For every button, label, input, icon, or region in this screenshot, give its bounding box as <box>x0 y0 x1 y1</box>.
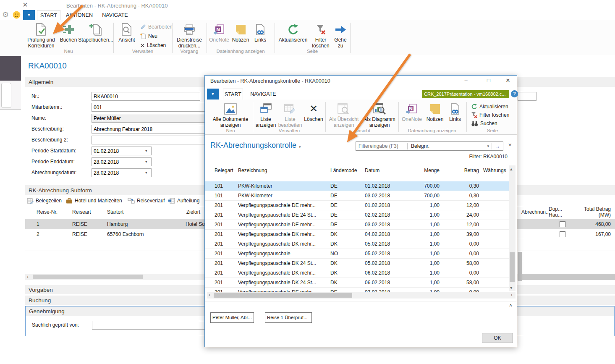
table-row[interactable]: 201 Verpflegungspauschale DE mehr... DE … <box>205 220 509 230</box>
chevron-down-icon[interactable]: ▾ <box>145 160 147 164</box>
page-title-caret-icon[interactable]: ▾ <box>299 145 301 149</box>
gehe-zu-button[interactable]: Gehe zu <box>332 21 349 49</box>
maximize-button[interactable]: □ <box>484 77 493 85</box>
table-row[interactable]: 101 PKW-Kilometer DE 01.02.2018 700,00 0… <box>205 181 509 191</box>
ok-button[interactable]: OK <box>482 333 513 343</box>
aktualisieren-button[interactable]: Aktualisieren <box>471 103 508 110</box>
notizen-button[interactable]: Notizen <box>231 21 250 43</box>
reiseverlauf-button[interactable]: Reiseverlauf <box>128 196 165 205</box>
tab-start[interactable]: START <box>223 89 243 100</box>
chevron-down-icon[interactable]: ▾ <box>487 144 489 148</box>
ansicht-button[interactable]: Ansicht <box>115 21 139 43</box>
table-vertical-scrollbar[interactable]: ▴ ▾ <box>509 165 516 291</box>
gear-icon[interactable]: ⚙ <box>2 10 11 19</box>
mitarbeiternr-field[interactable] <box>92 103 217 112</box>
close-icon[interactable]: ✕ <box>20 1 30 10</box>
liste-anzeigen-button[interactable]: Liste anzeigen <box>254 101 277 128</box>
scrollbar-thumb[interactable] <box>214 293 352 298</box>
table-row[interactable]: 201 Verpflegungspauschale DK mehr... DK … <box>205 268 509 278</box>
table-row[interactable]: 201 Verpflegungspauschale DK 24 St... DK… <box>205 259 509 268</box>
column-header[interactable]: Zielort <box>176 209 200 215</box>
periode-startdatum-field[interactable] <box>92 147 152 155</box>
aktualisieren-button[interactable]: Aktualisieren <box>276 21 310 43</box>
scroll-up-icon[interactable]: ▴ <box>510 167 513 171</box>
column-header[interactable]: Währungs <box>479 168 507 175</box>
column-header[interactable]: Reiseart <box>72 209 91 215</box>
filter-loesch-button[interactable]: Filter löschen <box>471 111 509 119</box>
belegzeilen-button[interactable]: Belegzeilen <box>27 196 62 205</box>
nr-field[interactable] <box>92 92 200 101</box>
column-header[interactable]: Betrag <box>440 168 479 175</box>
periode-enddatum-field[interactable] <box>92 157 152 166</box>
beschreibung2-field[interactable] <box>92 136 217 144</box>
liste-bearbeiten-button[interactable]: Liste bearbeiten <box>278 101 302 128</box>
company-badge[interactable]: CRK_2017Präsentation - vm160802.c... <box>422 90 509 98</box>
table-row[interactable]: 101 PKW-Kilometer DE 03.02.2018 700,00 0… <box>205 191 509 201</box>
scroll-left-icon[interactable]: ‹ <box>27 275 29 279</box>
minimize-button[interactable]: – <box>462 77 470 85</box>
neu-button[interactable]: Neu <box>140 32 157 40</box>
loeschen-button[interactable]: ✕ Löschen <box>140 42 166 49</box>
scroll-down-icon[interactable]: ▾ <box>510 285 513 290</box>
application-menu-button[interactable]: ▼ <box>207 89 219 100</box>
factbox-peter-mueller-button[interactable]: Peter Müller, Abr... <box>210 312 254 323</box>
table-row[interactable]: 201 Verpflegungspauschale DE 24 St... DE… <box>205 210 509 220</box>
right-column-field[interactable] <box>518 92 536 101</box>
column-header[interactable]: Startort <box>107 209 123 215</box>
abrechnungsdatum-field[interactable] <box>92 168 152 177</box>
aufteilung-button[interactable]: Aufteilung <box>168 196 199 205</box>
scrollbar-thumb[interactable] <box>510 252 515 282</box>
chevron-down-icon[interactable]: ▾ <box>145 170 147 175</box>
suchen-button[interactable]: Suchen <box>471 120 497 127</box>
column-header[interactable]: Total Betrag <box>571 206 611 212</box>
smiley-icon[interactable] <box>13 11 21 19</box>
doppelte-haushaltsfuehrung-checkbox[interactable] <box>560 231 565 237</box>
onenote-button[interactable]: N OneNote <box>208 21 230 43</box>
als-diagramm-anzeigen-button[interactable]: Als Diagramm anzeigen <box>361 101 398 128</box>
doppelte-haushaltsfuehrung-checkbox[interactable] <box>560 221 565 227</box>
column-header[interactable]: Belegart <box>215 168 238 175</box>
hotel-und-mahlzeiten-button[interactable]: Hotel und Mahlzeiten <box>66 196 122 205</box>
factbox-reise-ueberpruefung-button[interactable]: Reise 1 Überprüf... <box>265 312 312 323</box>
scrollbar-fragment[interactable] <box>518 252 522 281</box>
stapelbuchen-button[interactable]: Stapelbuchen... <box>79 21 113 43</box>
scroll-right-icon[interactable]: › <box>511 293 513 297</box>
column-header[interactable]: Dop... <box>549 206 562 212</box>
table-row[interactable]: 201 Verpflegungspauschale NO 05.02.2018 … <box>205 249 509 259</box>
table-horizontal-scrollbar[interactable]: ‹ › <box>207 292 516 299</box>
links-button[interactable]: Links <box>446 101 464 123</box>
tab-navigate[interactable]: NAVIGATE <box>99 10 131 20</box>
close-button[interactable]: ✕ <box>504 77 512 85</box>
tab-aktionen[interactable]: AKTIONEN <box>63 10 96 20</box>
apply-filter-arrow-icon[interactable]: → <box>492 142 503 150</box>
scrollbar-segment[interactable] <box>518 274 615 280</box>
column-header[interactable]: Abrechnun... <box>521 209 550 215</box>
table-row[interactable]: 201 Verpflegungspauschale DK 24 St... DK… <box>205 278 509 288</box>
bearbeiten-button[interactable]: Bearbeiten <box>140 23 173 31</box>
alle-dokumente-anzeigen-button[interactable]: Alle Dokumente anzeigen <box>209 101 252 128</box>
links-button[interactable]: Links <box>251 21 270 43</box>
table-row[interactable]: 201 Verpflegungspauschale DE mehr... DE … <box>205 288 509 292</box>
notizen-button[interactable]: Notizen <box>424 101 445 123</box>
column-header[interactable]: Datum <box>365 168 407 175</box>
pruefung-und-korrekturen-button[interactable]: Prüfung und Korrekturen <box>24 21 58 49</box>
scroll-left-icon[interactable]: ‹ <box>209 293 210 297</box>
loeschen-button[interactable]: ✕ Löschen <box>303 101 324 123</box>
buchen-button[interactable]: Buchen <box>59 21 78 43</box>
chevron-down-icon[interactable]: ▾ <box>145 149 147 153</box>
filter-field-select[interactable]: Belegnr. ▾ <box>408 142 492 150</box>
beschreibung-field[interactable] <box>92 125 217 134</box>
onenote-button[interactable]: N OneNote <box>400 101 424 123</box>
tab-navigate[interactable]: NAVIGATE <box>249 89 277 100</box>
collapse-filter-pane-icon[interactable]: ˅ <box>508 142 512 148</box>
filter-loeschen-button[interactable]: Filter löschen <box>311 21 331 49</box>
collapse-factbox-icon[interactable]: ˄ <box>509 303 512 309</box>
tab-start[interactable]: START <box>37 10 60 20</box>
table-row[interactable]: 201 Verpflegungspauschale DK mehr... DK … <box>205 239 509 249</box>
sachlich-geprueft-von-field[interactable] <box>92 321 205 330</box>
table-row[interactable]: 201 Verpflegungspauschale DK mehr... DK … <box>205 230 509 239</box>
filter-input[interactable] <box>356 142 407 150</box>
column-header[interactable]: Ländercode <box>330 168 365 175</box>
help-icon[interactable]: ? <box>511 90 518 97</box>
als-uebersicht-anzeigen-button[interactable]: Als Übersicht anzeigen <box>327 101 361 128</box>
